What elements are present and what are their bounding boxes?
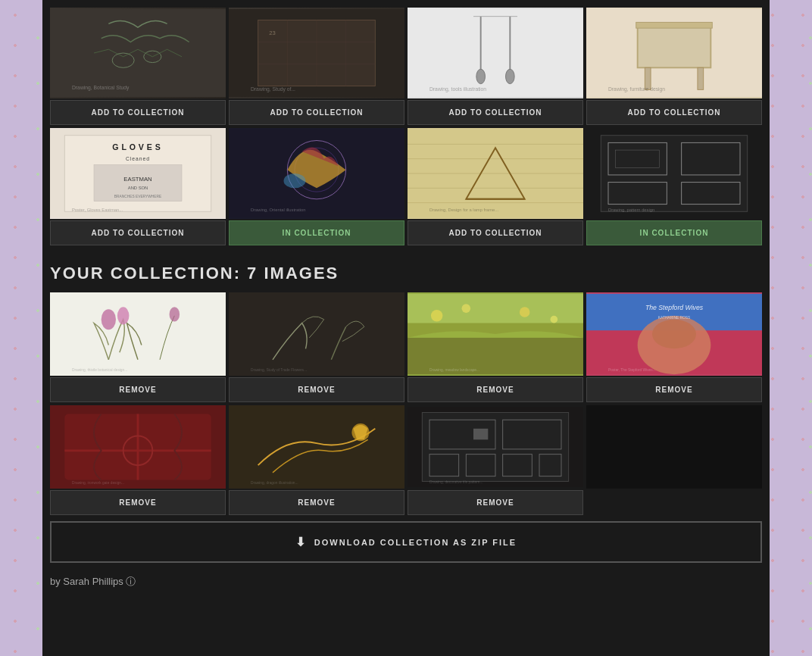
svg-text:KATHARINE ROSS: KATHARINE ROSS [658, 316, 690, 320]
collection-item: Drawing, thistle botanical design... REM… [50, 292, 226, 402]
svg-text:The Stepford Wives: The Stepford Wives [645, 304, 704, 311]
svg-rect-23 [698, 67, 704, 89]
svg-text:Poster, The Stepford Wives...: Poster, The Stepford Wives... [608, 368, 656, 372]
grid-item-empty [586, 405, 762, 515]
grid-item: Drawing, tools illustration ADD TO COLLE… [408, 8, 583, 125]
svg-text:GLOVES: GLOVES [112, 142, 163, 152]
svg-rect-62 [229, 294, 404, 374]
grid-item: Drawing, Design for a lamp frame... ADD … [408, 128, 583, 245]
svg-rect-13 [408, 9, 583, 97]
image-container-thistle: Drawing, thistle botanical design... [50, 292, 226, 376]
image-container: 23 Drawing, Study of... [229, 8, 404, 98]
footer-icon: ⓘ [126, 576, 136, 587]
svg-rect-0 [50, 9, 226, 97]
image-container-pattern: Drawing, pattern design [586, 128, 762, 219]
svg-text:Drawing, Study of...: Drawing, Study of... [251, 86, 295, 92]
svg-text:Poster, Gloves Eastman...: Poster, Gloves Eastman... [72, 208, 123, 212]
add-to-collection-button[interactable]: ADD TO COLLECTION [50, 100, 226, 125]
image-container-stepford: The Stepford Wives KATHARINE ROSS Poster… [586, 292, 762, 376]
svg-text:Drawing, ironwork gate design.: Drawing, ironwork gate design... [72, 481, 124, 485]
svg-text:AND SON: AND SON [128, 186, 148, 190]
svg-text:Drawing, Study of Trade Flower: Drawing, Study of Trade Flowers... [251, 368, 307, 372]
image-container-ironwork: Drawing, ironwork gate design... [50, 405, 226, 489]
svg-point-67 [431, 310, 442, 321]
svg-text:EASTMAN: EASTMAN [123, 176, 151, 183]
svg-text:Drawing, Botanical Study: Drawing, Botanical Study [72, 85, 130, 91]
top-grid: Drawing, Botanical Study ADD TO COLLECTI… [50, 8, 762, 125]
svg-rect-50 [601, 136, 747, 212]
collection-item: Drawing, ironwork gate design... REMOVE [50, 405, 226, 515]
remove-button[interactable]: REMOVE [50, 490, 226, 515]
download-icon: ⬇ [295, 535, 307, 549]
image-container-meadow: Drawing, meadow landscape... [408, 292, 583, 376]
svg-point-75 [652, 320, 696, 349]
image-container-tiles: Drawing, decorative tile pattern... [408, 405, 583, 489]
svg-rect-94 [473, 429, 488, 440]
svg-point-38 [284, 173, 306, 188]
in-collection-button[interactable]: IN COLLECTION [586, 220, 762, 245]
image-container: Drawing, furniture design [586, 8, 762, 98]
svg-rect-24 [636, 22, 713, 28]
middle-grid: GLOVES Cleaned EASTMAN AND SON BRANCHES … [50, 128, 762, 245]
add-to-collection-button[interactable]: ADD TO COLLECTION [408, 100, 583, 125]
svg-point-59 [117, 307, 129, 324]
remove-button[interactable]: REMOVE [50, 377, 226, 402]
grid-item: Drawing, furniture design ADD TO COLLECT… [586, 8, 762, 125]
image-container-gloves: GLOVES Cleaned EASTMAN AND SON BRANCHES … [50, 128, 226, 219]
author-link[interactable]: Sarah Phillips [63, 576, 123, 587]
remove-button[interactable]: REMOVE [408, 377, 583, 402]
footer: by Sarah Phillips ⓘ [50, 563, 762, 595]
add-to-collection-button[interactable]: ADD TO COLLECTION [408, 220, 583, 245]
add-to-collection-button[interactable]: ADD TO COLLECTION [586, 100, 762, 125]
svg-text:Drawing, dragon illustration..: Drawing, dragon illustration... [251, 481, 298, 485]
collection-item: The Stepford Wives KATHARINE ROSS Poster… [586, 292, 762, 402]
remove-button[interactable]: REMOVE [229, 377, 404, 402]
svg-text:23: 23 [269, 30, 276, 36]
svg-text:Drawing, Oriental illustration: Drawing, Oriental illustration [251, 208, 306, 212]
collection-item: Drawing, decorative tile pattern... REMO… [408, 405, 583, 515]
image-container-blueprint: Drawing, Design for a lamp frame... [408, 128, 583, 219]
svg-text:Drawing, tools illustration: Drawing, tools illustration [429, 86, 486, 92]
remove-button[interactable]: REMOVE [229, 490, 404, 515]
collection-item: Drawing, meadow landscape... REMOVE [408, 292, 583, 402]
image-container-dragon: Drawing, dragon illustration... [229, 405, 404, 489]
collection-item: Drawing, dragon illustration... REMOVE [229, 405, 404, 515]
remove-button[interactable]: REMOVE [408, 490, 583, 515]
svg-text:Drawing, decorative tile patte: Drawing, decorative tile pattern... [429, 480, 483, 484]
svg-point-58 [102, 309, 116, 330]
svg-point-60 [170, 307, 180, 321]
in-collection-button[interactable]: IN COLLECTION [229, 220, 404, 245]
collection-header: YOUR COLLECTION: 7 IMAGES [50, 248, 762, 292]
image-container: Drawing, tools illustration [408, 8, 583, 98]
grid-item: 23 Drawing, Study of... ADD TO COLLECTIO… [229, 8, 404, 125]
svg-rect-21 [638, 23, 711, 67]
svg-text:Cleaned: Cleaned [126, 156, 150, 161]
grid-item: Drawing, Botanical Study ADD TO COLLECTI… [50, 8, 226, 125]
svg-text:BRANCHES EVERYWHERE: BRANCHES EVERYWHERE [114, 195, 162, 198]
footer-prefix: by [50, 576, 61, 587]
svg-text:Drawing, furniture design: Drawing, furniture design [608, 86, 665, 92]
collection-grid-row2: Drawing, ironwork gate design... REMOVE … [50, 405, 762, 515]
collection-grid-row1: Drawing, thistle botanical design... REM… [50, 292, 762, 402]
svg-point-17 [506, 69, 515, 83]
add-to-collection-button[interactable]: ADD TO COLLECTION [50, 220, 226, 245]
remove-button[interactable]: REMOVE [586, 377, 762, 402]
image-container-oriental: Drawing, Oriental illustration [229, 128, 404, 219]
grid-item: Drawing, pattern design IN COLLECTION [586, 128, 762, 245]
svg-point-69 [520, 307, 530, 317]
svg-rect-83 [229, 407, 404, 487]
grid-item: GLOVES Cleaned EASTMAN AND SON BRANCHES … [50, 128, 226, 245]
svg-text:Drawing, meadow landscape...: Drawing, meadow landscape... [429, 368, 479, 372]
svg-point-15 [476, 69, 486, 83]
collection-item: Drawing, Study of Trade Flowers... REMOV… [229, 292, 404, 402]
main-container: Drawing, Botanical Study ADD TO COLLECTI… [42, 0, 770, 656]
svg-point-70 [551, 316, 558, 323]
svg-text:Drawing, thistle botanical des: Drawing, thistle botanical design... [72, 368, 127, 372]
svg-point-68 [462, 304, 471, 313]
download-label: DOWNLOAD COLLECTION AS ZIP FILE [314, 538, 517, 547]
download-collection-button[interactable]: ⬇ DOWNLOAD COLLECTION AS ZIP FILE [50, 521, 762, 563]
add-to-collection-button[interactable]: ADD TO COLLECTION [229, 100, 404, 125]
svg-text:Drawing, Design for a lamp fra: Drawing, Design for a lamp frame... [429, 208, 499, 212]
image-container-botanical: Drawing, Study of Trade Flowers... [229, 292, 404, 376]
svg-text:Drawing, pattern design: Drawing, pattern design [608, 208, 654, 212]
